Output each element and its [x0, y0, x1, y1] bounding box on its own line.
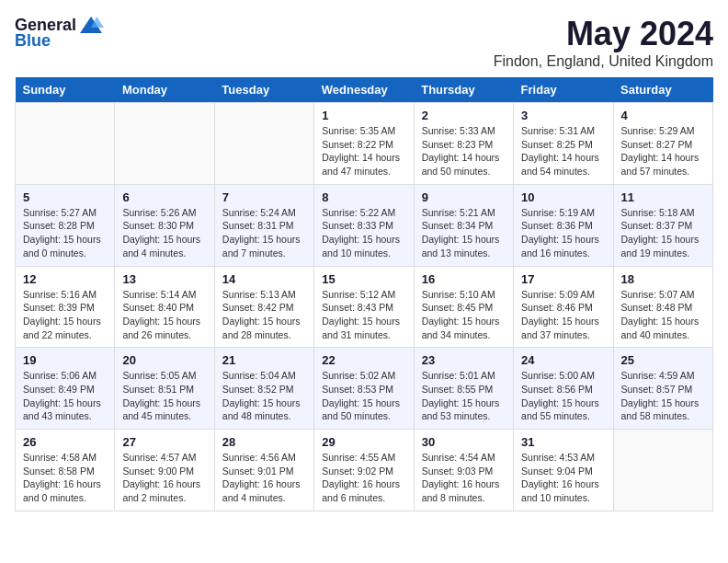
week-row-1: 1Sunrise: 5:35 AM Sunset: 8:22 PM Daylig…: [16, 103, 713, 185]
day-info: Sunrise: 5:04 AM Sunset: 8:52 PM Dayligh…: [222, 369, 306, 423]
calendar-cell: 17Sunrise: 5:09 AM Sunset: 8:46 PM Dayli…: [514, 266, 613, 348]
day-number: 4: [621, 109, 705, 122]
calendar-cell: 31Sunrise: 4:53 AM Sunset: 9:04 PM Dayli…: [514, 430, 613, 511]
calendar-cell: 15Sunrise: 5:12 AM Sunset: 8:43 PM Dayli…: [314, 266, 414, 348]
calendar-cell: [613, 430, 712, 511]
day-info: Sunrise: 4:59 AM Sunset: 8:57 PM Dayligh…: [621, 369, 705, 423]
calendar-cell: 22Sunrise: 5:02 AM Sunset: 8:53 PM Dayli…: [314, 348, 414, 430]
day-info: Sunrise: 5:06 AM Sunset: 8:49 PM Dayligh…: [23, 369, 107, 423]
calendar-cell: 14Sunrise: 5:13 AM Sunset: 8:42 PM Dayli…: [214, 266, 313, 348]
day-info: Sunrise: 5:19 AM Sunset: 8:36 PM Dayligh…: [521, 206, 605, 260]
calendar-cell: 8Sunrise: 5:22 AM Sunset: 8:33 PM Daylig…: [314, 184, 414, 266]
calendar-cell: 18Sunrise: 5:07 AM Sunset: 8:48 PM Dayli…: [613, 266, 712, 348]
day-info: Sunrise: 5:29 AM Sunset: 8:27 PM Dayligh…: [621, 124, 705, 178]
day-info: Sunrise: 5:16 AM Sunset: 8:39 PM Dayligh…: [23, 288, 107, 342]
calendar-cell: 12Sunrise: 5:16 AM Sunset: 8:39 PM Dayli…: [16, 266, 115, 348]
day-number: 31: [521, 435, 605, 449]
calendar-cell: 13Sunrise: 5:14 AM Sunset: 8:40 PM Dayli…: [115, 266, 214, 348]
day-info: Sunrise: 5:07 AM Sunset: 8:48 PM Dayligh…: [621, 288, 705, 342]
day-info: Sunrise: 5:31 AM Sunset: 8:25 PM Dayligh…: [521, 124, 605, 178]
day-number: 24: [521, 353, 605, 367]
day-info: Sunrise: 5:10 AM Sunset: 8:45 PM Dayligh…: [422, 288, 506, 342]
day-info: Sunrise: 5:24 AM Sunset: 8:31 PM Dayligh…: [222, 206, 306, 260]
day-info: Sunrise: 5:35 AM Sunset: 8:22 PM Dayligh…: [322, 124, 405, 178]
calendar-cell: 4Sunrise: 5:29 AM Sunset: 8:27 PM Daylig…: [613, 103, 712, 185]
calendar-cell: [115, 103, 214, 185]
day-info: Sunrise: 4:55 AM Sunset: 9:02 PM Dayligh…: [322, 451, 405, 505]
calendar-cell: 28Sunrise: 4:56 AM Sunset: 9:01 PM Dayli…: [214, 430, 313, 511]
day-number: 22: [322, 353, 405, 367]
calendar-cell: 3Sunrise: 5:31 AM Sunset: 8:25 PM Daylig…: [514, 103, 613, 185]
calendar-cell: 16Sunrise: 5:10 AM Sunset: 8:45 PM Dayli…: [414, 266, 513, 348]
day-number: 19: [23, 353, 107, 367]
day-number: 13: [122, 272, 206, 286]
day-number: 7: [222, 190, 306, 204]
day-info: Sunrise: 4:58 AM Sunset: 8:58 PM Dayligh…: [23, 451, 107, 505]
calendar-cell: 27Sunrise: 4:57 AM Sunset: 9:00 PM Dayli…: [115, 430, 214, 511]
calendar-cell: 1Sunrise: 5:35 AM Sunset: 8:22 PM Daylig…: [314, 103, 414, 185]
calendar-cell: 21Sunrise: 5:04 AM Sunset: 8:52 PM Dayli…: [214, 348, 313, 430]
day-number: 20: [122, 353, 206, 367]
header-sunday: Sunday: [16, 77, 115, 103]
day-info: Sunrise: 5:02 AM Sunset: 8:53 PM Dayligh…: [322, 369, 405, 423]
week-row-4: 19Sunrise: 5:06 AM Sunset: 8:49 PM Dayli…: [16, 348, 713, 430]
calendar-cell: 2Sunrise: 5:33 AM Sunset: 8:23 PM Daylig…: [414, 103, 513, 185]
day-info: Sunrise: 5:18 AM Sunset: 8:37 PM Dayligh…: [621, 206, 705, 260]
calendar-cell: 23Sunrise: 5:01 AM Sunset: 8:55 PM Dayli…: [414, 348, 513, 430]
main-title: May 2024: [494, 15, 713, 53]
day-number: 5: [23, 190, 107, 204]
day-number: 9: [422, 190, 506, 204]
day-info: Sunrise: 5:01 AM Sunset: 8:55 PM Dayligh…: [422, 369, 506, 423]
day-number: 25: [621, 353, 705, 367]
week-row-5: 26Sunrise: 4:58 AM Sunset: 8:58 PM Dayli…: [16, 430, 713, 511]
calendar-cell: 6Sunrise: 5:26 AM Sunset: 8:30 PM Daylig…: [115, 184, 214, 266]
header-monday: Monday: [115, 77, 214, 103]
calendar-table: SundayMondayTuesdayWednesdayThursdayFrid…: [15, 77, 713, 511]
week-row-3: 12Sunrise: 5:16 AM Sunset: 8:39 PM Dayli…: [16, 266, 713, 348]
calendar-cell: 9Sunrise: 5:21 AM Sunset: 8:34 PM Daylig…: [414, 184, 513, 266]
calendar-cell: 7Sunrise: 5:24 AM Sunset: 8:31 PM Daylig…: [214, 184, 313, 266]
day-number: 18: [621, 272, 705, 286]
calendar-header-row: SundayMondayTuesdayWednesdayThursdayFrid…: [16, 77, 713, 103]
day-info: Sunrise: 5:27 AM Sunset: 8:28 PM Dayligh…: [23, 206, 107, 260]
calendar-cell: 5Sunrise: 5:27 AM Sunset: 8:28 PM Daylig…: [16, 184, 115, 266]
header-saturday: Saturday: [613, 77, 712, 103]
day-number: 6: [122, 190, 206, 204]
day-number: 27: [122, 435, 206, 449]
day-info: Sunrise: 4:57 AM Sunset: 9:00 PM Dayligh…: [122, 451, 206, 505]
calendar-cell: 19Sunrise: 5:06 AM Sunset: 8:49 PM Dayli…: [16, 348, 115, 430]
header-wednesday: Wednesday: [314, 77, 414, 103]
day-number: 8: [322, 190, 405, 204]
logo-icon: [78, 15, 104, 35]
day-number: 3: [521, 109, 605, 122]
logo: General Blue: [15, 15, 106, 51]
day-info: Sunrise: 4:56 AM Sunset: 9:01 PM Dayligh…: [222, 451, 306, 505]
day-info: Sunrise: 5:12 AM Sunset: 8:43 PM Dayligh…: [322, 288, 405, 342]
day-number: 29: [322, 435, 405, 449]
calendar-cell: 30Sunrise: 4:54 AM Sunset: 9:03 PM Dayli…: [414, 430, 513, 511]
day-number: 17: [521, 272, 605, 286]
day-info: Sunrise: 4:53 AM Sunset: 9:04 PM Dayligh…: [521, 451, 605, 505]
title-section: May 2024 Findon, England, United Kingdom: [494, 15, 713, 70]
day-number: 15: [322, 272, 405, 286]
day-number: 30: [422, 435, 506, 449]
calendar-cell: 26Sunrise: 4:58 AM Sunset: 8:58 PM Dayli…: [16, 430, 115, 511]
day-number: 12: [23, 272, 107, 286]
day-info: Sunrise: 5:22 AM Sunset: 8:33 PM Dayligh…: [322, 206, 405, 260]
day-info: Sunrise: 5:13 AM Sunset: 8:42 PM Dayligh…: [222, 288, 306, 342]
subtitle: Findon, England, United Kingdom: [494, 53, 713, 70]
day-info: Sunrise: 5:05 AM Sunset: 8:51 PM Dayligh…: [122, 369, 206, 423]
day-info: Sunrise: 5:33 AM Sunset: 8:23 PM Dayligh…: [422, 124, 506, 178]
calendar-cell: 29Sunrise: 4:55 AM Sunset: 9:02 PM Dayli…: [314, 430, 414, 511]
day-info: Sunrise: 5:21 AM Sunset: 8:34 PM Dayligh…: [422, 206, 506, 260]
header-thursday: Thursday: [414, 77, 513, 103]
day-number: 23: [422, 353, 506, 367]
day-info: Sunrise: 5:14 AM Sunset: 8:40 PM Dayligh…: [122, 288, 206, 342]
day-number: 16: [422, 272, 506, 286]
day-number: 11: [621, 190, 705, 204]
header-tuesday: Tuesday: [214, 77, 313, 103]
calendar-cell: 11Sunrise: 5:18 AM Sunset: 8:37 PM Dayli…: [613, 184, 712, 266]
day-number: 21: [222, 353, 306, 367]
day-number: 10: [521, 190, 605, 204]
header-friday: Friday: [514, 77, 613, 103]
